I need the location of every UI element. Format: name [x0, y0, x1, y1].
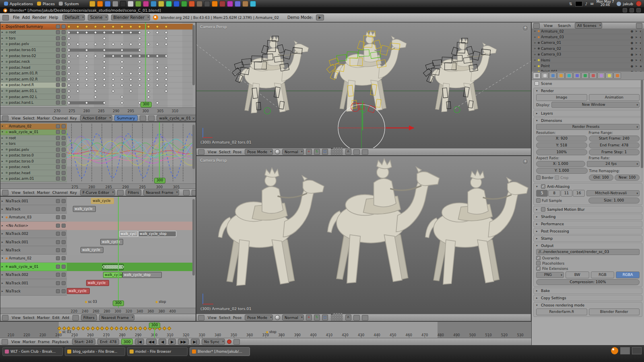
- lock-icon[interactable]: [62, 95, 66, 99]
- mute-icon[interactable]: [56, 83, 60, 87]
- lock-icon[interactable]: [62, 48, 66, 52]
- snap-magnet-icon[interactable]: ∩: [345, 315, 351, 321]
- lock-icon[interactable]: [62, 77, 66, 81]
- window-title-bar[interactable]: Blender* [/home/jakub/Desktop/zlecenia/s…: [0, 7, 644, 13]
- expand-icon[interactable]: ▸: [2, 200, 4, 203]
- resolution-percent-field[interactable]: 100%: [536, 149, 587, 155]
- layer-cell[interactable]: [338, 152, 340, 154]
- tab-constraints[interactable]: [565, 72, 573, 79]
- nla-track-row[interactable]: ▸NlaTrack.002: [0, 271, 67, 279]
- bw-button[interactable]: BW: [566, 272, 589, 278]
- mute-icon[interactable]: [56, 42, 60, 46]
- channel-row[interactable]: ▸postac.arm.01.R: [0, 71, 67, 77]
- screenshot-launcher-icon[interactable]: [227, 1, 233, 7]
- mute-icon[interactable]: [56, 25, 60, 29]
- menu-item[interactable]: Select: [22, 190, 36, 195]
- mute-icon[interactable]: [56, 66, 60, 70]
- expand-icon[interactable]: +: [533, 47, 537, 50]
- calculator-launcher-icon[interactable]: [135, 1, 141, 7]
- expand-icon[interactable]: ▸: [2, 165, 4, 169]
- start-frame-field[interactable]: Start Frame: 240: [589, 136, 640, 142]
- viewport-shading-icon[interactable]: [275, 315, 280, 320]
- menu-item[interactable]: Frame: [37, 339, 51, 344]
- outliner-item[interactable]: +Armature_02●➤▪: [532, 29, 644, 34]
- lock-icon[interactable]: [62, 42, 66, 46]
- expand-icon[interactable]: ▸: [2, 89, 4, 93]
- layer-cell[interactable]: [333, 315, 335, 317]
- channel-row[interactable]: ▸postac.pelv: [0, 41, 67, 47]
- expand-icon[interactable]: ▸: [2, 224, 4, 227]
- layer-cell[interactable]: [333, 313, 335, 315]
- expand-icon[interactable]: +: [533, 35, 537, 39]
- taskbar-window-button[interactable]: blog_update - File Brow...: [65, 347, 125, 356]
- layers-grid[interactable]: [331, 313, 343, 321]
- region-expand-icon[interactable]: +: [522, 25, 528, 31]
- properties-scrollbar[interactable]: [641, 80, 643, 168]
- menu-item[interactable]: File: [12, 15, 21, 20]
- nla-strip[interactable]: walk_cycle: [100, 239, 123, 245]
- filter-icon[interactable]: [148, 115, 155, 121]
- rotate-manipulator-icon[interactable]: ↻: [314, 149, 320, 155]
- help-launcher-icon[interactable]: [250, 1, 256, 7]
- selectable-icon[interactable]: ➤: [635, 53, 638, 56]
- pivot-selector[interactable]: Normal: [282, 149, 304, 155]
- mute-icon[interactable]: [56, 171, 60, 175]
- mute-icon[interactable]: [56, 248, 60, 252]
- channel-row[interactable]: ▸postac.arm.01.L: [0, 88, 67, 94]
- viewport-editor-icon[interactable]: [198, 315, 204, 321]
- lock-icon[interactable]: [62, 124, 66, 128]
- mute-icon[interactable]: [56, 142, 60, 146]
- lock-icon[interactable]: [62, 248, 66, 252]
- layer-cell[interactable]: [331, 150, 333, 152]
- channel-row[interactable]: ▸root: [0, 135, 67, 141]
- panel-header[interactable]: ▾Render: [534, 88, 642, 94]
- snap-mode-selector[interactable]: Nearest Frame: [99, 315, 134, 321]
- menu-item[interactable]: Select: [218, 315, 232, 320]
- blender-render-button[interactable]: Blender Render: [589, 309, 640, 315]
- layer-cell[interactable]: [338, 150, 340, 152]
- channel-row[interactable]: ▸postac.hand.L: [0, 100, 67, 106]
- expand-icon[interactable]: ▸: [2, 148, 4, 151]
- lock-icon[interactable]: [62, 136, 66, 140]
- visibility-icon[interactable]: ●: [630, 29, 634, 33]
- copy-keyframes-icon[interactable]: [183, 190, 190, 195]
- tab-modifiers[interactable]: [573, 72, 581, 79]
- render-opengl-icon[interactable]: [353, 149, 360, 155]
- layer-cell[interactable]: [338, 318, 340, 320]
- shutdown-icon[interactable]: [636, 1, 642, 6]
- files-launcher-icon[interactable]: [89, 1, 95, 7]
- mute-icon[interactable]: [56, 101, 60, 105]
- mute-icon[interactable]: [56, 36, 60, 40]
- mute-icon[interactable]: [56, 207, 60, 211]
- aa-checkbox[interactable]: [541, 184, 545, 189]
- render-image-button[interactable]: Image: [536, 94, 587, 101]
- menu-item[interactable]: View: [10, 116, 22, 120]
- current-frame-field[interactable]: 300: [121, 339, 133, 345]
- menu-item[interactable]: View: [10, 190, 22, 195]
- performance-panel-header[interactable]: ▸Performance: [534, 221, 642, 227]
- menu-item[interactable]: Help: [48, 15, 60, 20]
- workspace-2[interactable]: [632, 347, 642, 354]
- video-launcher-icon[interactable]: [151, 1, 157, 7]
- mode-selector[interactable]: Pose Mode: [245, 149, 273, 155]
- layer-cell[interactable]: [331, 147, 333, 149]
- aa-size-field[interactable]: Size: 1.000: [588, 197, 640, 204]
- visibility-icon[interactable]: ●: [630, 47, 634, 50]
- jump-start-button[interactable]: |◀: [135, 339, 144, 345]
- blender-launcher-icon[interactable]: [611, 347, 618, 354]
- graph-editor-icon[interactable]: [2, 190, 8, 195]
- tab-physics[interactable]: [613, 72, 621, 79]
- paste-keyframes-icon[interactable]: [192, 190, 196, 195]
- mute-icon[interactable]: [56, 240, 60, 244]
- channel-row[interactable]: ▸postac.neck: [0, 165, 67, 171]
- minimize-button[interactable]: [623, 8, 627, 12]
- file-format-selector[interactable]: PNG: [536, 272, 564, 278]
- keying-set-icon[interactable]: [233, 339, 240, 345]
- expand-icon[interactable]: ▸: [2, 273, 4, 276]
- menu-item[interactable]: Key: [69, 116, 78, 120]
- placeholders-checkbox[interactable]: [536, 261, 541, 265]
- pivot-selector[interactable]: Normal: [282, 315, 304, 321]
- mute-icon[interactable]: [56, 48, 60, 52]
- outliner-item[interactable]: +Camera_03●➤▪: [532, 52, 644, 58]
- outliner-item[interactable]: +Camera_02●➤▪: [532, 46, 644, 51]
